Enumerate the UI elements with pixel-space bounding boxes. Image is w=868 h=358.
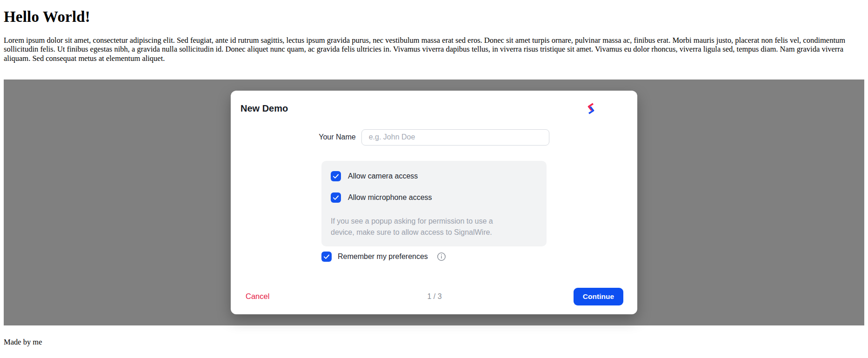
remember-checkbox-label: Remember my preferences — [338, 252, 428, 261]
step-indicator: 1 / 3 — [427, 292, 441, 301]
continue-button[interactable]: Continue — [574, 288, 623, 305]
page-title: Hello World! — [4, 8, 864, 26]
footer-note: Made by me — [4, 338, 864, 347]
microphone-permission-row: Allow microphone access — [331, 192, 537, 203]
microphone-checkbox[interactable] — [331, 192, 341, 203]
check-icon — [333, 173, 339, 179]
name-field-row: Your Name — [319, 129, 549, 146]
permissions-panel: Allow camera access Allow microphone acc… — [321, 161, 547, 246]
cancel-button[interactable]: Cancel — [246, 292, 269, 301]
new-demo-dialog: New Demo Your Name Allow camera access — [231, 91, 637, 314]
name-input[interactable] — [361, 129, 549, 146]
permissions-help-text: If you see a popup asking for permission… — [331, 216, 494, 238]
camera-checkbox[interactable] — [331, 171, 341, 181]
info-icon[interactable] — [437, 252, 446, 261]
check-icon — [323, 253, 330, 260]
microphone-checkbox-label: Allow microphone access — [348, 193, 432, 202]
remember-preferences-row: Remember my preferences — [321, 252, 547, 262]
intro-paragraph: Lorem ipsum dolor sit amet, consectetur … — [4, 36, 864, 63]
name-label: Your Name — [319, 133, 355, 141]
camera-checkbox-label: Allow camera access — [348, 172, 418, 180]
dialog-title: New Demo — [240, 103, 637, 114]
camera-permission-row: Allow camera access — [331, 171, 537, 181]
modal-overlay: New Demo Your Name Allow camera access — [4, 80, 864, 325]
dialog-footer: Cancel 1 / 3 Continue — [231, 288, 637, 305]
remember-checkbox[interactable] — [321, 252, 332, 262]
signalwire-logo-icon — [586, 102, 596, 115]
check-icon — [333, 194, 339, 201]
